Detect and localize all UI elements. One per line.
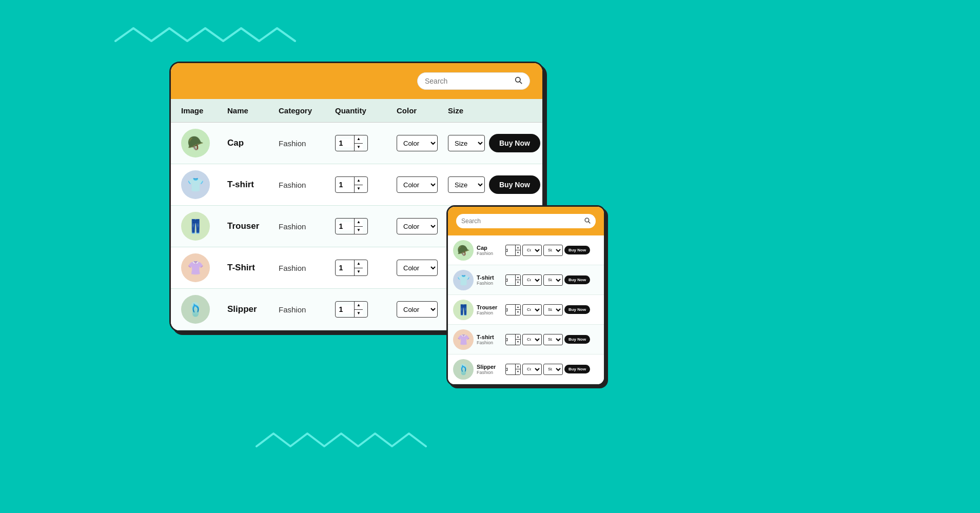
mobile-size-tshirt[interactable]: Size <box>543 274 563 286</box>
product-image-cap: 🪖 <box>181 129 210 157</box>
mobile-size-trouser[interactable]: Size <box>543 304 563 315</box>
product-category-cap: Fashion <box>279 139 335 148</box>
quantity-down-cap[interactable]: ▼ <box>355 144 363 151</box>
mobile-qty-down-slipper[interactable]: ▼ <box>516 369 520 374</box>
mobile-qty-input-trouser[interactable] <box>506 307 515 312</box>
mobile-qty-input-tshirt2[interactable] <box>506 337 515 342</box>
mobile-qty-tshirt[interactable]: ▲ ▼ <box>505 274 521 286</box>
mobile-search-bar[interactable] <box>456 214 596 228</box>
mobile-item-info-tshirt2: T-shirt Fashion <box>477 334 502 345</box>
quantity-up-slipper[interactable]: ▲ <box>355 302 363 310</box>
size-select-tshirt[interactable]: Size <box>448 176 485 193</box>
color-select-cap[interactable]: Color <box>397 135 438 151</box>
mobile-product-cat-tshirt2: Fashion <box>477 340 502 345</box>
mobile-qty-up-tshirt[interactable]: ▲ <box>516 275 520 281</box>
quantity-control-slipper[interactable]: ▲ ▼ <box>335 301 368 318</box>
buy-now-cap[interactable]: Buy Now <box>489 134 540 152</box>
mobile-qty-down-tshirt[interactable]: ▼ <box>516 280 520 285</box>
mobile-qty-input-cap[interactable] <box>506 248 515 253</box>
mobile-mockup: 🪖 Cap Fashion ▲ ▼ Color Size Buy Now <box>446 205 605 386</box>
quantity-input-trouser[interactable] <box>336 222 354 230</box>
mobile-color-tshirt2[interactable]: Color <box>522 334 542 345</box>
mobile-qty-down-trouser[interactable]: ▼ <box>516 310 520 315</box>
col-image: Image <box>181 106 227 115</box>
quantity-up-tshirt2[interactable]: ▲ <box>355 260 363 268</box>
mobile-color-trouser[interactable]: Color <box>522 304 542 315</box>
quantity-input-slipper[interactable] <box>336 305 354 313</box>
quantity-arrows-slipper: ▲ ▼ <box>354 302 363 317</box>
desktop-search-bar[interactable] <box>417 72 530 90</box>
quantity-up-cap[interactable]: ▲ <box>355 135 363 144</box>
mobile-qty-input-tshirt[interactable] <box>506 278 515 283</box>
mobile-qty-up-trouser[interactable]: ▲ <box>516 305 520 310</box>
svg-line-3 <box>589 222 590 223</box>
mobile-row: 👕 T-shirt Fashion ▲ ▼ Color Size Buy Now <box>448 265 604 295</box>
size-select-cap[interactable]: Size <box>448 135 485 151</box>
product-image-trouser: 👖 <box>181 212 210 241</box>
col-size: Size <box>448 106 489 115</box>
quantity-control-cap[interactable]: ▲ ▼ <box>335 135 368 151</box>
color-select-slipper[interactable]: Color <box>397 301 438 318</box>
mobile-size-slipper[interactable]: Size <box>543 364 563 375</box>
mobile-qty-trouser[interactable]: ▲ ▼ <box>505 304 521 315</box>
mobile-qty-up-tshirt2[interactable]: ▲ <box>516 334 520 340</box>
mobile-buy-cap[interactable]: Buy Now <box>564 246 590 254</box>
mobile-qty-up-cap[interactable]: ▲ <box>516 245 520 251</box>
mobile-qty-tshirt2[interactable]: ▲ ▼ <box>505 334 521 345</box>
mobile-color-cap[interactable]: Color <box>522 245 542 256</box>
mobile-buy-trouser[interactable]: Buy Now <box>564 305 590 314</box>
quantity-down-tshirt2[interactable]: ▼ <box>355 268 363 276</box>
quantity-down-trouser[interactable]: ▼ <box>355 227 363 234</box>
mobile-qty-down-cap[interactable]: ▼ <box>516 250 520 255</box>
mobile-qty-cap[interactable]: ▲ ▼ <box>505 245 521 256</box>
quantity-down-slipper[interactable]: ▼ <box>355 310 363 318</box>
product-name-trouser: Trouser <box>227 221 279 231</box>
buy-now-tshirt[interactable]: Buy Now <box>489 175 540 194</box>
mobile-product-image-cap: 🪖 <box>453 240 474 261</box>
quantity-down-tshirt[interactable]: ▼ <box>355 185 363 193</box>
mobile-product-cat-slipper: Fashion <box>477 370 502 375</box>
mobile-item-info-slipper: Slipper Fashion <box>477 364 502 375</box>
mobile-product-image-slipper: 🩴 <box>453 359 474 380</box>
quantity-input-tshirt[interactable] <box>336 181 354 189</box>
mobile-buy-tshirt2[interactable]: Buy Now <box>564 335 590 344</box>
mobile-item-info-tshirt: T-shirt Fashion <box>477 274 502 286</box>
mobile-product-image-tshirt2: 👚 <box>453 329 474 350</box>
color-select-tshirt[interactable]: Color <box>397 176 438 193</box>
quantity-input-cap[interactable] <box>336 139 354 147</box>
quantity-control-tshirt2[interactable]: ▲ ▼ <box>335 260 368 276</box>
col-category: Category <box>279 106 335 115</box>
color-select-trouser[interactable]: Color <box>397 218 438 234</box>
product-name-tshirt2: T-Shirt <box>227 263 279 273</box>
quantity-up-tshirt[interactable]: ▲ <box>355 177 363 185</box>
mobile-size-cap[interactable]: Size <box>543 245 563 256</box>
mobile-qty-down-tshirt2[interactable]: ▼ <box>516 340 520 345</box>
col-color: Color <box>397 106 448 115</box>
mobile-qty-input-slipper[interactable] <box>506 367 515 372</box>
mobile-color-slipper[interactable]: Color <box>522 364 542 375</box>
product-name-slipper: Slipper <box>227 304 279 314</box>
mobile-color-tshirt[interactable]: Color <box>522 274 542 286</box>
mobile-product-cat-tshirt: Fashion <box>477 281 502 286</box>
mobile-search-input[interactable] <box>461 218 581 225</box>
mobile-buy-slipper[interactable]: Buy Now <box>564 365 590 373</box>
product-image-tshirt: 👕 <box>181 170 210 199</box>
mobile-qty-up-slipper[interactable]: ▲ <box>516 364 520 370</box>
mobile-row: 🩴 Slipper Fashion ▲ ▼ Color Size Buy Now <box>448 354 604 384</box>
color-select-tshirt2[interactable]: Color <box>397 260 438 276</box>
mobile-qty-slipper[interactable]: ▲ ▼ <box>505 364 521 375</box>
quantity-control-tshirt[interactable]: ▲ ▼ <box>335 176 368 193</box>
col-name: Name <box>227 106 279 115</box>
quantity-input-tshirt2[interactable] <box>336 264 354 272</box>
mobile-product-name-slipper: Slipper <box>477 364 502 370</box>
mobile-row: 🪖 Cap Fashion ▲ ▼ Color Size Buy Now <box>448 235 604 265</box>
product-name-tshirt: T-shirt <box>227 180 279 190</box>
quantity-control-trouser[interactable]: ▲ ▼ <box>335 218 368 234</box>
product-category-tshirt2: Fashion <box>279 264 335 272</box>
mobile-size-tshirt2[interactable]: Size <box>543 334 563 345</box>
mobile-buy-tshirt[interactable]: Buy Now <box>564 275 590 284</box>
product-name-cap: Cap <box>227 138 279 148</box>
mobile-search-icon <box>584 216 591 226</box>
desktop-search-input[interactable] <box>425 77 510 85</box>
quantity-up-trouser[interactable]: ▲ <box>355 219 363 227</box>
